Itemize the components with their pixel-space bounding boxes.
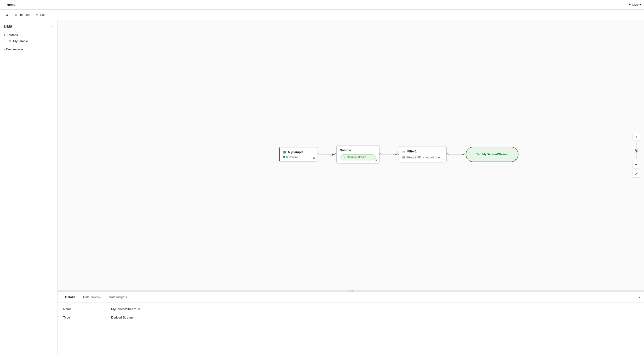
filter-condition: ⊟ BikepointID is not null or e... bbox=[402, 156, 443, 159]
status-dot bbox=[283, 156, 285, 158]
name-value-wrapper: MyDerivedStream ⧉ bbox=[111, 307, 140, 311]
type-value-wrapper: Derived Stream bbox=[111, 316, 133, 319]
canvas-wrapper: ⊞ MySample Streaming ≡ ▶ bbox=[58, 20, 644, 354]
condition-label: BikepointID is not null or e... bbox=[406, 156, 442, 159]
tab-home[interactable]: Home bbox=[3, 0, 19, 9]
node-mysample-menu[interactable]: ≡ bbox=[313, 156, 315, 160]
tab-data-preview-label: Data preview bbox=[83, 295, 101, 299]
destinations-section-header[interactable]: › Destinations bbox=[0, 46, 57, 53]
zoom-thumb bbox=[635, 149, 638, 152]
zoom-controls: + − ⤢ bbox=[632, 133, 640, 178]
node-filter1-title: Filter1 bbox=[407, 150, 417, 153]
sidebar-section-destinations: › Destinations bbox=[0, 45, 57, 54]
name-value: MyDerivedStream bbox=[111, 307, 136, 311]
destinations-label: Destinations bbox=[6, 48, 23, 51]
sources-label: Sources bbox=[6, 33, 18, 37]
arrow-icon: ▶ bbox=[332, 153, 334, 156]
refresh-button[interactable]: ↻ Refresh bbox=[12, 12, 32, 18]
type-value: Derived Stream bbox=[111, 316, 133, 319]
resize-dots bbox=[348, 290, 353, 291]
stream-icon: 〜 bbox=[342, 155, 346, 159]
resize-dot bbox=[348, 290, 350, 291]
mysample-label: MySample bbox=[13, 39, 28, 43]
connector-dot-right3 bbox=[464, 153, 466, 155]
node-mysample-header: ⊞ MySample bbox=[283, 150, 314, 154]
condition-icon: ⊟ bbox=[402, 156, 405, 159]
zoom-slider[interactable] bbox=[632, 141, 640, 160]
connector-dot-right bbox=[334, 153, 336, 155]
sidebar-title: Data bbox=[4, 24, 12, 29]
zoom-out-button[interactable]: − bbox=[632, 161, 640, 168]
toolbar: ⚙ ↻ Refresh ✎ Edit bbox=[0, 10, 644, 20]
live-label: Live bbox=[632, 3, 638, 7]
sidebar: Data « ▾ Sources ⊞ MySample › Destinatio… bbox=[0, 20, 58, 354]
arrow-icon2: ▶ bbox=[394, 153, 397, 156]
sources-section-header[interactable]: ▾ Sources bbox=[0, 32, 57, 38]
filter-icon: ☰ bbox=[402, 149, 406, 153]
copy-icon[interactable]: ⧉ bbox=[138, 307, 140, 311]
connector-line bbox=[319, 154, 332, 155]
node-filter1[interactable]: ☰ Filter1 ⊟ BikepointID is not null or e… bbox=[399, 146, 446, 162]
sidebar-header: Data « bbox=[0, 20, 57, 31]
refresh-label: Refresh bbox=[19, 13, 30, 17]
settings-icon: ⚙ bbox=[6, 13, 8, 17]
zoom-track bbox=[636, 142, 636, 159]
node-sample-title: Sample bbox=[340, 148, 351, 152]
connector-dot-left bbox=[317, 153, 319, 155]
node-sample[interactable]: Sample 〜 Sample-stream ≡ bbox=[336, 145, 380, 163]
status-label: Streaming bbox=[286, 156, 298, 158]
node-sample-menu[interactable]: ≡ bbox=[376, 158, 377, 162]
tab-data-insights[interactable]: Data insights bbox=[105, 292, 131, 302]
node-mysample[interactable]: ⊞ MySample Streaming ≡ bbox=[279, 147, 317, 162]
edit-label: Edit bbox=[40, 13, 45, 17]
edit-button[interactable]: ✎ Edit bbox=[33, 12, 48, 18]
connector-line2 bbox=[382, 154, 394, 155]
table-icon: ⊞ bbox=[283, 150, 286, 154]
connector-dot-left3 bbox=[446, 153, 448, 155]
arrow-icon3: ▶ bbox=[462, 153, 464, 156]
flow-container: ⊞ MySample Streaming ≡ ▶ bbox=[279, 145, 518, 163]
node-derived-menu[interactable]: ≡ bbox=[514, 158, 516, 162]
derived-stream-title: MyDerivedStream bbox=[482, 152, 509, 156]
connector-2: ▶ bbox=[380, 153, 399, 156]
sidebar-item-mysample[interactable]: ⊞ MySample bbox=[0, 38, 57, 44]
settings-button[interactable]: ⚙ bbox=[3, 12, 11, 18]
tab-details-label: Details bbox=[65, 295, 76, 299]
collapse-button[interactable]: « bbox=[50, 24, 54, 29]
sample-stream-label: Sample-stream bbox=[347, 156, 366, 159]
connector-3: ▶ bbox=[446, 153, 466, 156]
bottom-content: Name MyDerivedStream ⧉ Type Derived Stre… bbox=[58, 302, 644, 354]
connector-1: ▶ bbox=[317, 153, 336, 156]
live-badge[interactable]: 👁 Live ▾ bbox=[628, 3, 641, 7]
derived-stream-icon: 〜 bbox=[476, 151, 480, 157]
detail-row-name: Name MyDerivedStream ⧉ bbox=[63, 307, 638, 311]
edit-icon: ✎ bbox=[36, 13, 38, 17]
fit-view-button[interactable]: ⤢ bbox=[632, 170, 640, 178]
connector-dot-right2 bbox=[397, 153, 399, 155]
bottom-panel: Details Data preview Data insights ▾ Nam… bbox=[58, 292, 644, 354]
node-sample-header: Sample bbox=[340, 148, 376, 152]
tab-data-insights-label: Data insights bbox=[109, 295, 127, 299]
node-derived-stream[interactable]: 〜 MyDerivedStream ≡ bbox=[466, 147, 518, 162]
node-filter1-header: ☰ Filter1 bbox=[402, 149, 443, 153]
connector-dot-left2 bbox=[380, 153, 382, 155]
tab-data-preview[interactable]: Data preview bbox=[79, 292, 105, 302]
node-filter1-menu[interactable]: ≡ bbox=[442, 157, 444, 161]
canvas[interactable]: ⊞ MySample Streaming ≡ ▶ bbox=[58, 20, 644, 290]
name-label: Name bbox=[63, 307, 111, 311]
refresh-icon: ↻ bbox=[14, 13, 17, 17]
sources-chevron-icon: ▾ bbox=[4, 34, 5, 36]
connector-line3 bbox=[448, 154, 462, 155]
eye-icon: 👁 bbox=[628, 3, 631, 7]
zoom-in-button[interactable]: + bbox=[632, 133, 640, 141]
tab-details[interactable]: Details bbox=[61, 292, 79, 302]
tab-home-label: Home bbox=[7, 3, 15, 7]
type-label: Type bbox=[63, 316, 111, 319]
main-layout: Data « ▾ Sources ⊞ MySample › Destinatio… bbox=[0, 20, 644, 354]
sidebar-section-sources: ▾ Sources ⊞ MySample bbox=[0, 31, 57, 45]
bottom-tab-bar: Details Data preview Data insights ▾ bbox=[58, 292, 644, 302]
sample-stream-badge: 〜 Sample-stream bbox=[340, 154, 376, 160]
expand-button[interactable]: ▾ bbox=[638, 295, 640, 299]
destinations-chevron-icon: › bbox=[4, 48, 4, 51]
detail-row-type: Type Derived Stream bbox=[63, 316, 638, 319]
